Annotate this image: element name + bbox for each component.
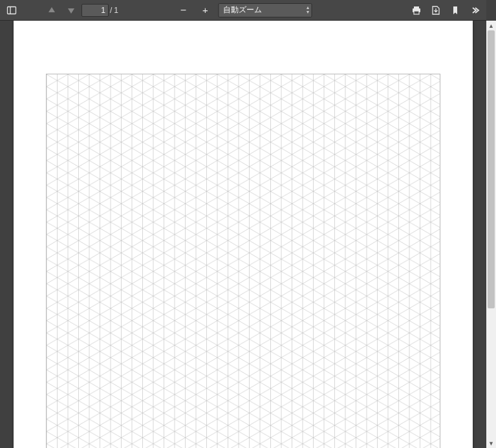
pdf-toolbar: / 1 − + 自動ズーム ▴▾	[0, 0, 486, 21]
zoom-in-icon: +	[202, 5, 208, 15]
next-page-button[interactable]	[62, 1, 80, 19]
page-separator: /	[110, 6, 112, 15]
toolbar-right-group	[407, 1, 486, 19]
vertical-scrollbar[interactable]: ▲ ▼	[486, 21, 496, 448]
previous-page-button[interactable]	[43, 1, 61, 19]
svg-rect-2	[414, 6, 419, 8]
print-icon	[411, 5, 422, 16]
page-up-icon	[47, 5, 57, 16]
isometric-grid-content	[46, 74, 440, 448]
zoom-out-icon: −	[180, 5, 186, 16]
scrollbar-track[interactable]	[486, 30, 496, 438]
toolbar-left-group: / 1	[0, 1, 118, 19]
svg-rect-0	[8, 6, 16, 14]
print-button[interactable]	[407, 1, 426, 19]
page-down-icon	[66, 5, 76, 16]
sidebar-toggle-button[interactable]	[3, 1, 21, 19]
select-arrows-icon: ▴▾	[307, 5, 309, 14]
tools-button[interactable]	[466, 1, 484, 19]
tools-icon	[469, 5, 480, 16]
zoom-select-value: 自動ズーム	[223, 5, 262, 16]
bookmark-icon	[450, 5, 460, 16]
scroll-down-button[interactable]: ▼	[486, 438, 496, 448]
svg-rect-4	[414, 11, 419, 14]
zoom-out-button[interactable]: −	[175, 1, 193, 19]
page-total: 1	[114, 6, 118, 15]
scrollbar-thumb[interactable]	[488, 30, 495, 308]
toolbar-center-group: − + 自動ズーム ▴▾	[175, 1, 312, 19]
scroll-up-button[interactable]: ▲	[486, 21, 496, 30]
page-number-input[interactable]	[81, 4, 109, 17]
isometric-grid-svg	[47, 74, 440, 448]
download-icon	[431, 5, 441, 16]
sidebar-toggle-icon	[6, 5, 17, 16]
bookmark-button[interactable]	[446, 1, 464, 19]
zoom-in-button[interactable]: +	[197, 1, 215, 19]
download-button[interactable]	[427, 1, 445, 19]
zoom-select[interactable]: 自動ズーム ▴▾	[219, 3, 312, 17]
page-count-label: / 1	[110, 6, 118, 15]
svg-rect-5	[47, 74, 440, 448]
pdf-page	[14, 21, 473, 448]
document-viewer[interactable]	[0, 21, 486, 448]
